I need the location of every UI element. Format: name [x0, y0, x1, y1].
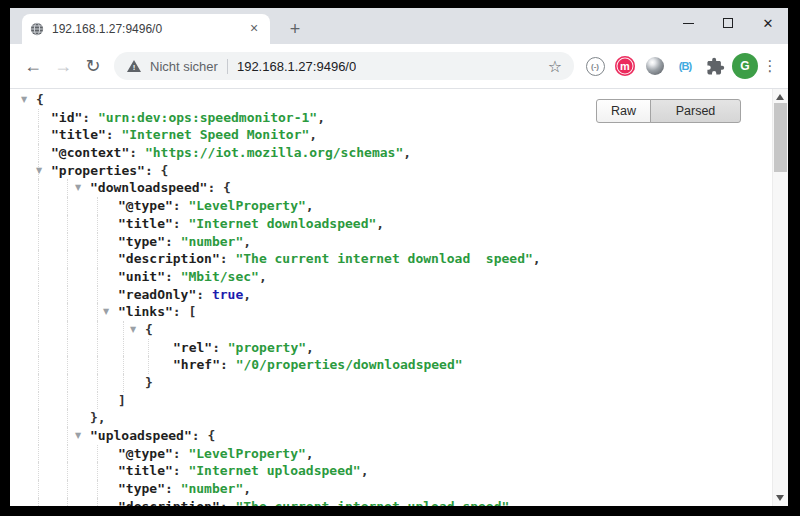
indent-guide [123, 339, 124, 357]
indent-guide [38, 215, 39, 233]
scroll-up-icon[interactable] [776, 94, 784, 100]
json-punct: : [220, 357, 236, 372]
json-punct: : { [192, 428, 215, 443]
json-line: "title": "Internet uploadspeed", [10, 462, 772, 480]
scrollbar[interactable] [772, 89, 788, 506]
extensions-menu-button[interactable] [700, 51, 730, 81]
maximize-icon [723, 18, 733, 28]
json-punct: , [243, 287, 251, 302]
json-punct: : [ [173, 304, 196, 319]
extension-m-button[interactable]: m [610, 51, 640, 81]
title-bar: 192.168.1.27:9496/0 × + ✕ [10, 8, 788, 44]
scroll-down-icon[interactable] [776, 495, 784, 501]
json-string: "number" [181, 234, 244, 249]
json-punct: , [309, 127, 317, 142]
indent-guide [67, 233, 68, 251]
indent-guide [123, 356, 124, 374]
json-punct: : [82, 110, 98, 125]
new-tab-button[interactable]: + [282, 17, 308, 43]
reload-button[interactable]: ↻ [78, 51, 108, 81]
collapse-arrow-icon[interactable]: ▼ [103, 303, 109, 321]
indent-guide [97, 462, 98, 480]
close-button[interactable]: ✕ [748, 8, 788, 38]
json-line: "@type": "LevelProperty", [10, 445, 772, 463]
json-punct: : [165, 269, 181, 284]
tab-close-icon[interactable]: × [246, 21, 262, 37]
json-punct: , [376, 216, 384, 231]
json-punct: : [165, 481, 181, 496]
maximize-button[interactable] [708, 8, 748, 38]
collapse-arrow-icon[interactable]: ▼ [75, 179, 81, 197]
json-key: "title" [118, 463, 173, 478]
address-bar[interactable]: ! Nicht sicher 192.168.1.27:9496/0 ☆ [114, 52, 574, 80]
extension-bluetooth-button[interactable]: (B) [670, 51, 700, 81]
security-label[interactable]: Nicht sicher [150, 59, 218, 74]
json-string: "number" [181, 481, 244, 496]
collapse-arrow-icon[interactable]: ▼ [75, 427, 81, 445]
indent-guide [67, 445, 68, 463]
indent-guide [67, 356, 68, 374]
browser-menu-button[interactable]: ⋮ [760, 57, 780, 75]
indent-guide [38, 286, 39, 304]
json-punct: , [361, 463, 369, 478]
globe-icon [30, 22, 44, 36]
json-punct: , [533, 251, 541, 266]
json-key: "readOnly" [118, 287, 196, 302]
extension-circle-button[interactable]: (-) [580, 51, 610, 81]
json-punct: : [129, 145, 145, 160]
json-punct: : [165, 234, 181, 249]
json-line: ▼"properties": { [10, 162, 772, 180]
parsed-button[interactable]: Parsed [650, 99, 741, 123]
indent-guide [67, 498, 68, 506]
json-punct: : { [207, 180, 230, 195]
json-line: }, [10, 409, 772, 427]
collapse-arrow-icon[interactable]: ▼ [21, 91, 27, 109]
json-line: "rel": "property", [10, 339, 772, 357]
indent-guide [67, 374, 68, 392]
browser-toolbar: ← → ↻ ! Nicht sicher 192.168.1.27:9496/0… [10, 44, 788, 89]
json-punct: { [36, 92, 44, 107]
back-button[interactable]: ← [18, 51, 48, 81]
json-punct: , [306, 198, 314, 213]
scrollbar-thumb[interactable] [774, 103, 787, 172]
indent-guide [123, 374, 124, 392]
blue-b-icon: (B) [679, 60, 691, 72]
json-key: "description" [118, 499, 220, 506]
indent-guide [148, 356, 149, 374]
json-punct: : { [145, 163, 168, 178]
json-string: "Internet downloadspeed" [188, 216, 376, 231]
json-line: "type": "number", [10, 233, 772, 251]
collapse-arrow-icon[interactable]: ▼ [36, 162, 42, 180]
extension-sphere-button[interactable] [640, 51, 670, 81]
json-punct: : [196, 287, 212, 302]
raw-button[interactable]: Raw [596, 99, 651, 123]
json-string: "LevelProperty" [188, 198, 305, 213]
indent-guide [97, 339, 98, 357]
json-line: "description": "The current internet upl… [10, 498, 772, 506]
json-key: "properties" [51, 163, 145, 178]
json-line: "@type": "LevelProperty", [10, 197, 772, 215]
bookmark-star-icon[interactable]: ☆ [548, 57, 562, 76]
json-key: "uploadspeed" [90, 428, 192, 443]
indent-guide [38, 250, 39, 268]
json-line: "@context": "https://iot.mozilla.org/sch… [10, 144, 772, 162]
json-key: "links" [118, 304, 173, 319]
indent-guide [38, 392, 39, 410]
minimize-button[interactable] [668, 8, 708, 38]
indent-guide [67, 197, 68, 215]
collapse-arrow-icon[interactable]: ▼ [130, 321, 136, 339]
indent-guide [38, 462, 39, 480]
indent-guide [38, 268, 39, 286]
indent-guide [97, 303, 98, 321]
json-line: } [10, 374, 772, 392]
indent-guide [123, 321, 124, 339]
indent-guide [97, 480, 98, 498]
url-text[interactable]: 192.168.1.27:9496/0 [237, 59, 356, 74]
forward-button[interactable]: → [48, 51, 78, 81]
indent-guide [38, 498, 39, 506]
browser-tab[interactable]: 192.168.1.27:9496/0 × [22, 14, 270, 44]
indent-guide [38, 427, 39, 445]
indent-guide [67, 250, 68, 268]
profile-button[interactable]: G [730, 51, 760, 81]
json-string: "/0/properties/downloadspeed" [236, 357, 463, 372]
